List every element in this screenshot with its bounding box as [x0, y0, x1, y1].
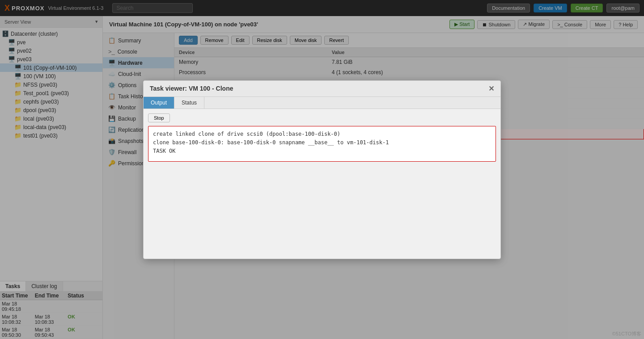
- modal-overlay: Task viewer: VM 100 - Clone ✕ Output Sta…: [0, 0, 644, 339]
- task-viewer-modal: Task viewer: VM 100 - Clone ✕ Output Sta…: [143, 80, 501, 259]
- modal-output: create linked clone of drive scsi0 (dpoo…: [148, 126, 496, 162]
- watermark: ©51CTO博客: [612, 331, 641, 337]
- output-line-2: TASK OK: [153, 147, 491, 155]
- modal-body: Stop create linked clone of drive scsi0 …: [144, 109, 500, 259]
- modal-title: Task viewer: VM 100 - Clone: [150, 85, 233, 92]
- modal-tabs: Output Status: [144, 97, 500, 109]
- modal-close-button[interactable]: ✕: [488, 84, 494, 93]
- output-line-0: create linked clone of drive scsi0 (dpoo…: [153, 130, 491, 138]
- tab-output[interactable]: Output: [144, 97, 174, 109]
- tab-status[interactable]: Status: [174, 97, 204, 109]
- output-line-1: clone base-100-disk-0: base-100-disk-0 s…: [153, 138, 491, 147]
- stop-button[interactable]: Stop: [148, 113, 170, 122]
- modal-header: Task viewer: VM 100 - Clone ✕: [144, 81, 500, 97]
